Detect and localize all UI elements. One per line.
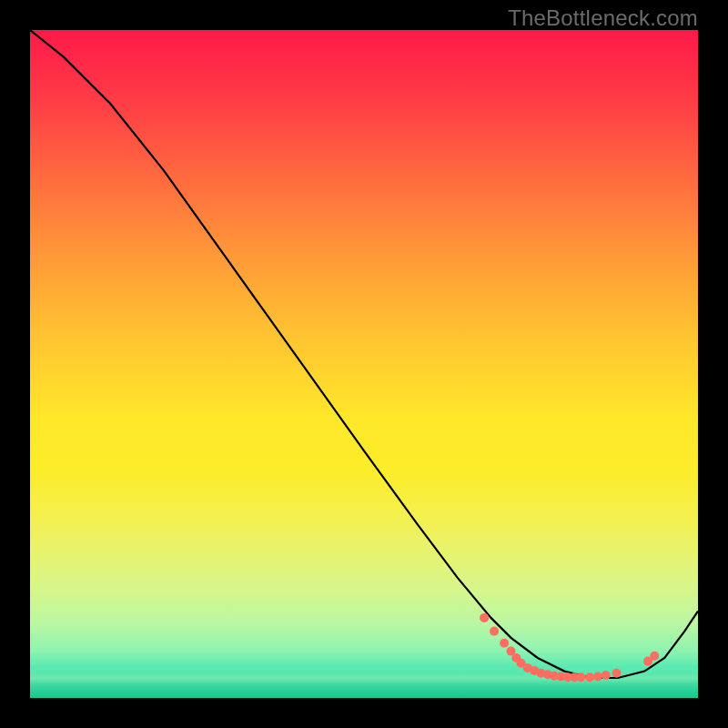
watermark-label: TheBottleneck.com <box>508 5 698 31</box>
chart-frame: TheBottleneck.com <box>0 0 728 728</box>
chart-line <box>30 30 698 678</box>
chart-marker <box>602 671 611 680</box>
chart-marker <box>593 672 602 682</box>
chart-marker <box>577 672 586 682</box>
chart-marker <box>650 652 659 661</box>
chart-marker <box>585 672 594 682</box>
chart-marker <box>500 639 509 648</box>
chart-marker <box>490 627 499 636</box>
chart-marker <box>480 613 489 622</box>
chart-svg <box>30 30 698 698</box>
chart-marker <box>612 669 622 678</box>
